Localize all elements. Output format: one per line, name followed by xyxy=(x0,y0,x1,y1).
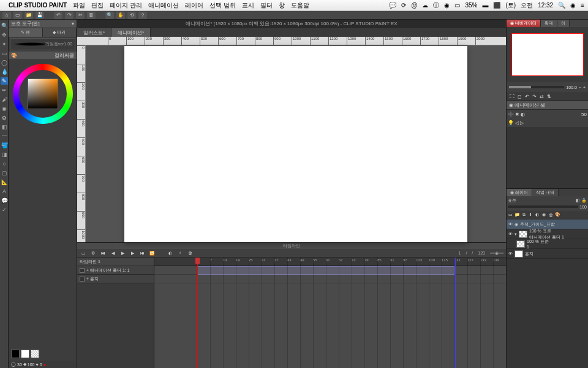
menu-animation[interactable]: 애니메이션 xyxy=(148,1,179,10)
toolbar-help-icon[interactable]: ? xyxy=(138,12,147,19)
nav-tab-zoom[interactable]: 확대 xyxy=(541,20,557,27)
tool-eyedrop-icon[interactable]: 💧 xyxy=(1,68,8,75)
toolbar-save-icon[interactable]: 💾 xyxy=(36,12,44,19)
tool-pen-icon[interactable]: ✎ xyxy=(1,77,8,85)
zoom-percent[interactable]: 100.0 xyxy=(566,85,577,90)
at-icon[interactable]: @ xyxy=(411,2,417,9)
tool-gradient-icon[interactable]: ◨ xyxy=(1,151,8,158)
tl-onion-icon[interactable]: ◐ xyxy=(167,250,174,256)
blend-mode[interactable]: 표준 xyxy=(508,197,516,204)
tool-airbrush-icon[interactable]: ◉ xyxy=(1,105,8,112)
timeline-frames[interactable]: 1713192531374349556167737985919710310911… xyxy=(154,258,506,368)
doc-tab-0[interactable]: 일러스트* xyxy=(77,28,111,37)
tl-first-icon[interactable]: ⏮ xyxy=(99,250,107,256)
nav-rotate-r-icon[interactable]: ↷ xyxy=(531,93,537,99)
toolbar-redo-icon[interactable]: ↷ xyxy=(65,12,74,19)
toolbar-new-icon[interactable]: ▭ xyxy=(13,12,22,19)
tool-marquee-icon[interactable]: ▭ xyxy=(1,50,8,57)
nav-flip-h-icon[interactable]: ⇄ xyxy=(538,93,545,99)
navigator-thumbnail[interactable] xyxy=(511,33,584,76)
tl-add-icon[interactable]: + xyxy=(176,250,184,256)
doc-tab-1[interactable]: 애니메이션* xyxy=(111,28,151,37)
menu-help[interactable]: 도움말 xyxy=(291,1,309,10)
layer-trash-icon[interactable]: 🗑 xyxy=(548,212,554,218)
tl-last-icon[interactable]: ⏭ xyxy=(138,250,146,256)
tool-blend-icon[interactable]: 〰 xyxy=(1,132,8,140)
layer-dup-icon[interactable]: ⧉ xyxy=(521,212,527,218)
battery-pct[interactable]: 35% xyxy=(465,2,477,9)
toolbar-rotate-icon[interactable]: ⟲ xyxy=(127,12,136,19)
tl-track-0[interactable]: + 애니메이션 폴더 1: 1 xyxy=(77,266,154,275)
menu-layer[interactable]: 레이어 xyxy=(185,1,203,10)
menu-edit[interactable]: 편집 xyxy=(91,1,104,10)
layer-mask-icon[interactable]: ◐ xyxy=(534,212,540,218)
tl-settings-icon[interactable]: ⚙ xyxy=(89,250,97,256)
app-name[interactable]: CLIP STUDIO PAINT xyxy=(9,2,67,9)
toolbar-zoom-icon[interactable]: 🔍 xyxy=(105,12,114,19)
canvas-viewport[interactable] xyxy=(86,45,506,242)
extra-value[interactable]: 0 xyxy=(40,362,42,367)
menu-view[interactable]: 표시 xyxy=(242,1,254,10)
layer-vis-icon[interactable]: 👁 xyxy=(508,232,513,236)
layer-color-icon[interactable]: 🎨 xyxy=(554,212,560,218)
tl-loop-icon[interactable]: 🔁 xyxy=(148,250,156,256)
color-wheel[interactable] xyxy=(13,64,73,124)
layer-vis-icon[interactable]: 👁 xyxy=(508,222,513,226)
zoom-plus-icon[interactable]: + xyxy=(583,85,586,90)
nav-fit-icon[interactable]: ⛶ xyxy=(509,93,515,99)
tl-play-icon[interactable]: ▶ xyxy=(119,250,126,256)
size-value[interactable]: 30 xyxy=(17,362,22,367)
layer-folder-icon[interactable]: 📁 xyxy=(514,212,520,218)
tl-prev-icon[interactable]: ◀ xyxy=(109,250,116,256)
tool-pencil-icon[interactable]: ✏ xyxy=(1,86,8,94)
cloud-icon[interactable]: ☁ xyxy=(422,2,428,9)
display-icon[interactable]: ▭ xyxy=(454,2,460,9)
layer-new-icon[interactable]: ▭ xyxy=(507,212,513,218)
toolbar-undo-icon[interactable]: ↶ xyxy=(54,12,62,19)
anim-light-icon[interactable]: 💡 xyxy=(508,120,514,126)
tl-track-header[interactable]: 타임라인 1 xyxy=(77,258,154,266)
nav-rotate-l-icon[interactable]: ↶ xyxy=(524,93,530,99)
tool-correct-icon[interactable]: ✓ xyxy=(1,206,8,213)
wifi-icon[interactable]: ◉ xyxy=(444,2,450,9)
anim-prev-icon[interactable]: ◁ xyxy=(515,120,519,126)
subtool-tab-marker[interactable]: ◆마커 xyxy=(43,28,77,37)
menu-file[interactable]: 파일 xyxy=(73,1,85,10)
layer-lock-icon[interactable]: 🔒 xyxy=(581,198,587,203)
tool-move-icon[interactable]: ✥ xyxy=(1,31,8,39)
layer-tab-history[interactable]: 작업 내역 xyxy=(532,189,559,196)
panel-menu-icon[interactable]: ▾ xyxy=(72,21,74,26)
layer-item-1[interactable]: 👁 ▾ 100 % 표준 애니메이션 폴더 1 xyxy=(507,229,588,239)
toolbar-home-icon[interactable]: ⌂ xyxy=(2,12,11,19)
layer-item-2[interactable]: 100 % 표준 1 xyxy=(507,239,588,249)
brush-preview[interactable]: 리얼풍ver1.00 xyxy=(10,38,75,50)
foreground-swatch[interactable] xyxy=(11,350,20,358)
tool-ruler-icon[interactable]: 📐 xyxy=(1,178,8,186)
toolbar-cut-icon[interactable]: ✂ xyxy=(76,12,85,19)
layer-opacity[interactable]: 100 xyxy=(579,205,587,209)
nav-tab-hist[interactable]: 히 xyxy=(557,20,570,27)
zoom-slider[interactable] xyxy=(509,86,564,88)
anim-onion-icon[interactable]: ◐ xyxy=(521,112,525,117)
sync-icon[interactable]: ⟳ xyxy=(401,2,406,9)
tool-wand-icon[interactable]: ✦ xyxy=(1,40,8,48)
opacity-slider[interactable] xyxy=(508,205,578,208)
tool-balloon-icon[interactable]: 💬 xyxy=(1,197,8,204)
chat-icon[interactable]: 💬 xyxy=(389,2,396,9)
tl-track-vis-0[interactable] xyxy=(80,268,85,273)
tool-text-icon[interactable]: A xyxy=(1,188,8,195)
notif-icon[interactable]: ≡ xyxy=(581,2,584,9)
zoom-minus-icon[interactable]: − xyxy=(579,85,581,90)
tool-shape-icon[interactable]: ○ xyxy=(1,160,8,167)
tool-brush-icon[interactable]: 🖌 xyxy=(1,96,8,103)
canvas[interactable] xyxy=(124,46,467,242)
tool-frame-icon[interactable]: ▢ xyxy=(1,169,8,177)
layer-merge-icon[interactable]: ⬇ xyxy=(527,212,533,218)
toolbar-open-icon[interactable]: 📁 xyxy=(24,12,33,19)
anim-del-icon[interactable]: ✖ xyxy=(515,112,519,117)
toolbar-hand-icon[interactable]: ✋ xyxy=(116,12,125,19)
tl-track-vis-1[interactable] xyxy=(80,277,85,282)
menu-window[interactable]: 창 xyxy=(279,1,285,10)
tl-playhead[interactable] xyxy=(197,258,198,368)
battery-icon[interactable]: ▬ xyxy=(482,2,488,9)
